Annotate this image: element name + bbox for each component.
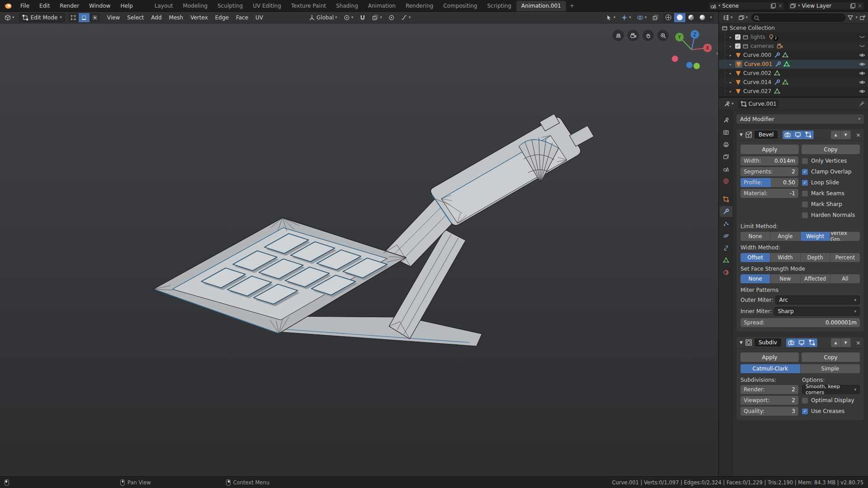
- move-up-button[interactable]: ▲: [831, 338, 841, 347]
- tab-scripting[interactable]: Scripting: [482, 1, 516, 11]
- face-select-button[interactable]: [90, 13, 100, 22]
- limit-none[interactable]: None: [741, 232, 770, 241]
- editor-type-button[interactable]: ▾: [3, 14, 16, 22]
- clamp-overlap-checkbox[interactable]: ✓ Clamp Overlap: [802, 167, 860, 176]
- modifier-name-field[interactable]: Bevel: [755, 131, 778, 139]
- outliner-row-scene-collection[interactable]: Scene Collection: [719, 23, 868, 33]
- fsm-affected[interactable]: Affected: [801, 274, 830, 283]
- viewport-visibility-toggle[interactable]: [793, 131, 803, 139]
- quality-field[interactable]: Quality: 3: [741, 407, 798, 416]
- checkbox[interactable]: ✓: [802, 180, 808, 186]
- width-field[interactable]: Width: 0.014m: [741, 156, 798, 165]
- remove-view-layer-icon[interactable]: ×: [858, 3, 862, 9]
- shading-solid-button[interactable]: [674, 13, 685, 22]
- menu-uv[interactable]: UV: [252, 13, 266, 22]
- outliner-row-cameras[interactable]: ▸ ✓ cameras: [719, 42, 868, 51]
- copy-button[interactable]: Copy: [802, 145, 860, 154]
- tab-particles[interactable]: [720, 218, 732, 229]
- fsm-new[interactable]: New: [770, 274, 800, 283]
- tab-uv-editing[interactable]: UV Editing: [248, 1, 286, 11]
- eye-icon[interactable]: [859, 61, 865, 67]
- move-down-button[interactable]: ▼: [841, 338, 851, 347]
- tab-layout[interactable]: Layout: [150, 1, 178, 11]
- delete-modifier-button[interactable]: ×: [856, 131, 861, 138]
- viewport-subdivisions-field[interactable]: Viewport: 2: [741, 396, 798, 405]
- delete-modifier-button[interactable]: ×: [856, 339, 861, 346]
- limit-vertex-group[interactable]: Vertex Gro..: [830, 232, 860, 241]
- eye-icon[interactable]: [859, 79, 865, 85]
- eye-icon[interactable]: [859, 88, 865, 94]
- tab-animation[interactable]: Animation: [363, 1, 401, 11]
- disclosure-icon[interactable]: ▸: [730, 53, 733, 57]
- tab-modifiers[interactable]: [720, 206, 732, 217]
- region-collapse-icon[interactable]: ‹: [716, 50, 718, 56]
- mesh-data-icon[interactable]: [782, 79, 788, 85]
- eye-closed-icon[interactable]: [859, 34, 865, 40]
- eye-icon[interactable]: [859, 70, 865, 76]
- gizmos-toggle[interactable]: ▾: [619, 14, 633, 22]
- new-collection-ic[interactable]: [859, 14, 866, 21]
- outliner-row-lights[interactable]: ▸ ✓ lights 2: [719, 33, 868, 42]
- collection-checkbox[interactable]: ✓: [735, 34, 741, 40]
- outliner-row-curve-014[interactable]: ▸ Curve.014: [719, 78, 868, 87]
- use-creases-checkbox[interactable]: ✓ Use Creases: [802, 407, 860, 416]
- catmull-clark-option[interactable]: Catmull-Clark: [741, 364, 801, 373]
- modifier-name-field[interactable]: Subdiv: [755, 338, 781, 347]
- mesh-data-icon[interactable]: [783, 61, 790, 67]
- tab-texture-paint[interactable]: Texture Paint: [286, 1, 331, 11]
- only-vertices-checkbox[interactable]: Only Vertices: [802, 156, 860, 165]
- limit-angle[interactable]: Angle: [770, 232, 800, 241]
- xray-toggle[interactable]: [651, 14, 660, 22]
- disclosure-icon[interactable]: ▸: [730, 35, 733, 39]
- tab-material[interactable]: [720, 267, 732, 278]
- gizmo-x-axis[interactable]: X: [706, 46, 709, 51]
- fsm-none[interactable]: None: [741, 274, 770, 283]
- pivot-dropdown[interactable]: ▾: [342, 14, 355, 22]
- shading-rendered-button[interactable]: [697, 13, 708, 22]
- tab-tool[interactable]: [720, 115, 732, 126]
- tab-compositing[interactable]: Compositing: [438, 1, 482, 11]
- camera-view-button[interactable]: [627, 30, 639, 41]
- disclosure-icon[interactable]: ▸: [730, 62, 733, 66]
- orientation-dropdown[interactable]: Global ▾: [307, 14, 339, 22]
- shading-wireframe-button[interactable]: [663, 13, 674, 22]
- gizmo-minus-y[interactable]: [693, 63, 700, 69]
- vertex-select-button[interactable]: [68, 13, 79, 22]
- disclosure-icon[interactable]: ▸: [730, 71, 733, 75]
- spread-field[interactable]: Spread: 0.000001m: [741, 318, 860, 327]
- tab-modeling[interactable]: Modeling: [178, 1, 213, 11]
- checkbox[interactable]: ✓: [802, 408, 808, 414]
- gizmo-minus-x[interactable]: [672, 56, 678, 62]
- tab-animation-001[interactable]: Animation.001: [516, 1, 566, 11]
- filter-icon[interactable]: [847, 14, 854, 21]
- overlays-toggle[interactable]: ▾: [635, 14, 649, 22]
- menu-face[interactable]: Face: [233, 13, 251, 22]
- mesh-data-icon[interactable]: [774, 70, 780, 76]
- width-offset[interactable]: Offset: [741, 253, 770, 262]
- uv-smooth-dropdown[interactable]: Smooth, keep corners ▾: [802, 385, 860, 394]
- outliner-editor-type-button[interactable]: ▾: [721, 14, 735, 22]
- tab-rendering[interactable]: Rendering: [401, 1, 438, 11]
- outliner-row-curve-002[interactable]: ▸ Curve.002: [719, 69, 868, 78]
- snap-toggle[interactable]: [358, 14, 368, 22]
- tab-output[interactable]: [720, 139, 732, 150]
- menu-select[interactable]: Select: [124, 13, 147, 22]
- properties-editor-type-button[interactable]: ▾: [722, 100, 736, 108]
- move-down-button[interactable]: ▼: [841, 131, 851, 139]
- menu-view[interactable]: View: [104, 13, 123, 22]
- loop-slide-checkbox[interactable]: ✓ Loop Slide: [802, 178, 860, 187]
- menu-vertex[interactable]: Vertex: [187, 13, 211, 22]
- tab-view-layer[interactable]: [720, 151, 732, 162]
- editmode-visibility-toggle[interactable]: [807, 338, 817, 347]
- editmode-visibility-toggle[interactable]: [803, 131, 814, 139]
- viewport-visibility-toggle[interactable]: [797, 338, 807, 347]
- tab-render[interactable]: [720, 127, 732, 138]
- view-layer-selector[interactable]: ▾ View Layer ×: [788, 1, 864, 10]
- scene-selector[interactable]: ▾ Scene ×: [708, 1, 785, 10]
- tab-sculpting[interactable]: Sculpting: [212, 1, 248, 11]
- copy-icon[interactable]: [849, 3, 856, 9]
- gizmo-y-axis[interactable]: Y: [678, 35, 681, 40]
- zoom-button[interactable]: [657, 30, 669, 41]
- width-percent[interactable]: Percent: [830, 253, 860, 262]
- width-width[interactable]: Width: [770, 253, 800, 262]
